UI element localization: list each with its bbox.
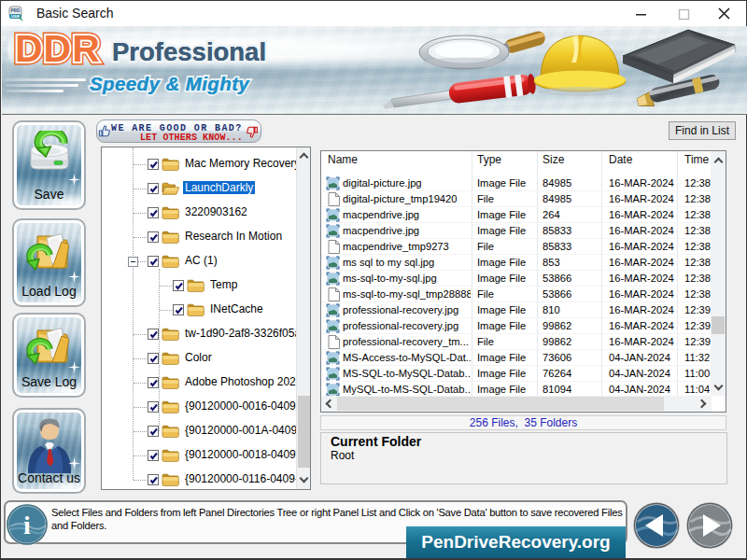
- svg-text:DDR: DDR: [15, 27, 101, 70]
- svg-text:PRO: PRO: [11, 8, 21, 13]
- svg-text:Speedy & Mighty: Speedy & Mighty: [90, 73, 250, 94]
- svg-text:USB: USB: [11, 14, 20, 19]
- svg-text:Professional: Professional: [112, 37, 266, 66]
- svg-text:i: i: [23, 511, 31, 539]
